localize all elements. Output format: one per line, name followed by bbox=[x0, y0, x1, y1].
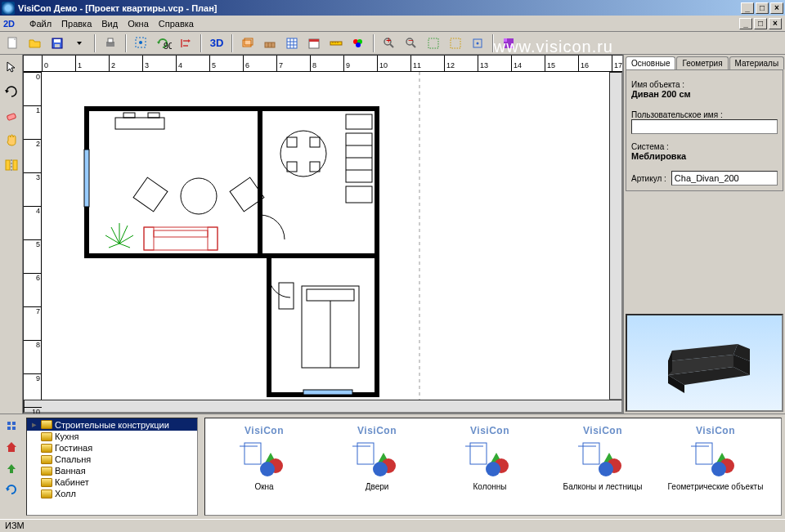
sku-field[interactable] bbox=[671, 171, 778, 186]
hruler-tick: 8 bbox=[310, 56, 316, 72]
library-item[interactable]: VisiConГеометрические объекты bbox=[666, 425, 765, 508]
maximize-button[interactable]: □ bbox=[756, 2, 769, 14]
child-minimize-button[interactable]: _ bbox=[739, 18, 752, 29]
tree-node-label: Ванная bbox=[55, 466, 86, 476]
svg-rect-91 bbox=[7, 427, 11, 430]
tree-node[interactable]: ▸Строительные конструкции bbox=[27, 418, 197, 431]
child-maximize-button[interactable]: □ bbox=[754, 18, 767, 29]
user-name-field[interactable] bbox=[631, 119, 778, 134]
eraser-tool-icon[interactable] bbox=[2, 107, 20, 125]
svg-text:+: + bbox=[386, 37, 391, 45]
library-item-label: Балконы и лестницы bbox=[554, 482, 652, 492]
vruler-tick: 2 bbox=[24, 139, 42, 148]
layer-icon[interactable] bbox=[238, 34, 258, 53]
canvas-area: 01234567891011121314151617 012345678910 bbox=[23, 55, 623, 414]
tree-node-label: Строительные конструкции bbox=[55, 420, 169, 430]
svg-rect-54 bbox=[133, 177, 168, 212]
svg-point-102 bbox=[373, 462, 388, 476]
svg-point-53 bbox=[181, 178, 217, 214]
svg-point-97 bbox=[260, 462, 275, 476]
svg-rect-90 bbox=[12, 422, 16, 425]
hand-tool-icon[interactable] bbox=[2, 132, 20, 150]
hruler-tick: 7 bbox=[276, 56, 283, 72]
minimize-button[interactable]: _ bbox=[741, 2, 754, 14]
mirror-tool-icon[interactable] bbox=[2, 156, 20, 174]
lib-nav-icon[interactable] bbox=[5, 419, 18, 432]
object-name-label: Имя объекта : bbox=[631, 80, 778, 89]
svg-point-27 bbox=[356, 42, 361, 47]
grid-icon[interactable] bbox=[282, 34, 302, 53]
status-bar: ИЗМ bbox=[0, 519, 785, 532]
rotate-90-icon[interactable]: 90 bbox=[154, 34, 173, 53]
svg-rect-20 bbox=[309, 39, 319, 42]
hruler-tick: 1 bbox=[75, 56, 82, 72]
save-icon[interactable] bbox=[47, 34, 67, 53]
wall-icon[interactable] bbox=[260, 34, 280, 53]
hruler-tick: 15 bbox=[545, 56, 555, 72]
tab-geometry[interactable]: Геометрия bbox=[676, 56, 728, 69]
svg-rect-77 bbox=[307, 289, 354, 301]
measure-icon[interactable] bbox=[326, 34, 346, 53]
lib-up-icon[interactable] bbox=[5, 462, 18, 475]
tree-node[interactable]: Спальня bbox=[27, 454, 197, 465]
drawing-canvas[interactable] bbox=[42, 72, 609, 400]
color-icon[interactable] bbox=[348, 34, 368, 53]
tree-node[interactable]: Кабинет bbox=[27, 476, 197, 488]
svg-line-62 bbox=[119, 244, 130, 248]
properties-panel: Основные Геометрия Материалы Имя объекта… bbox=[623, 55, 785, 414]
rotate-tool-icon[interactable] bbox=[2, 83, 20, 101]
library-tree[interactable]: ▸Строительные конструкцииКухняГостинаяСп… bbox=[26, 418, 198, 516]
save-dropdown-icon[interactable] bbox=[70, 34, 89, 53]
tree-node[interactable]: Ванная bbox=[27, 465, 197, 476]
select-tool-icon[interactable] bbox=[132, 34, 151, 53]
library-item-logo: VisiCon bbox=[328, 425, 426, 436]
tab-main[interactable]: Основные bbox=[626, 56, 675, 69]
hruler-tick: 11 bbox=[410, 56, 421, 72]
tree-node[interactable]: Кухня bbox=[27, 431, 197, 442]
zoom-out-icon[interactable]: − bbox=[401, 34, 421, 53]
svg-point-112 bbox=[599, 462, 613, 476]
library-item-logo: VisiCon bbox=[554, 425, 652, 436]
lib-refresh-icon[interactable] bbox=[5, 483, 18, 496]
menu-view[interactable]: Вид bbox=[101, 19, 118, 29]
menu-file[interactable]: Файл bbox=[29, 19, 52, 29]
mode-3d-button[interactable]: 3D bbox=[207, 34, 227, 53]
folder-icon bbox=[41, 467, 52, 476]
tree-node[interactable]: Холл bbox=[27, 488, 197, 499]
lib-home-icon[interactable] bbox=[5, 440, 18, 454]
menu-help[interactable]: Справка bbox=[159, 19, 194, 29]
hruler-tick: 2 bbox=[109, 56, 115, 72]
svg-point-37 bbox=[477, 42, 479, 44]
new-file-icon[interactable] bbox=[3, 34, 23, 53]
menu-edit[interactable]: Правка bbox=[61, 19, 92, 29]
zoom-fit-icon[interactable] bbox=[424, 34, 443, 53]
tab-materials[interactable]: Материалы bbox=[729, 56, 785, 69]
svg-point-117 bbox=[711, 462, 726, 476]
folder-icon bbox=[41, 490, 52, 498]
svg-rect-11 bbox=[265, 42, 275, 47]
library-item[interactable]: VisiConКолонны bbox=[441, 425, 539, 508]
close-button[interactable]: × bbox=[770, 2, 783, 14]
horizontal-scrollbar[interactable] bbox=[24, 400, 622, 413]
pointer-tool-icon[interactable] bbox=[2, 58, 20, 76]
vruler-tick: 0 bbox=[24, 72, 42, 81]
child-close-button[interactable]: × bbox=[769, 18, 782, 29]
tree-node[interactable]: Гостиная bbox=[27, 442, 197, 454]
app-icon bbox=[2, 2, 15, 15]
flip-icon[interactable] bbox=[176, 34, 195, 53]
zoom-selection-icon[interactable] bbox=[446, 34, 465, 53]
svg-rect-47 bbox=[123, 113, 135, 118]
print-icon[interactable] bbox=[101, 34, 120, 53]
library-item[interactable]: VisiConБалконы и лестницы bbox=[554, 425, 652, 508]
zoom-in-icon[interactable]: + bbox=[379, 34, 399, 53]
library-item[interactable]: VisiConДвери bbox=[328, 425, 426, 508]
library-item[interactable]: VisiConОкна bbox=[215, 425, 313, 508]
svg-rect-3 bbox=[55, 44, 60, 47]
calendar-icon[interactable] bbox=[304, 34, 324, 53]
open-file-icon[interactable] bbox=[25, 34, 45, 53]
mode-2d-label[interactable]: 2D bbox=[3, 19, 15, 29]
svg-rect-21 bbox=[330, 42, 342, 45]
snap-icon[interactable] bbox=[468, 34, 487, 53]
menu-windows[interactable]: Окна bbox=[128, 19, 149, 29]
vertical-scrollbar[interactable] bbox=[609, 72, 622, 400]
